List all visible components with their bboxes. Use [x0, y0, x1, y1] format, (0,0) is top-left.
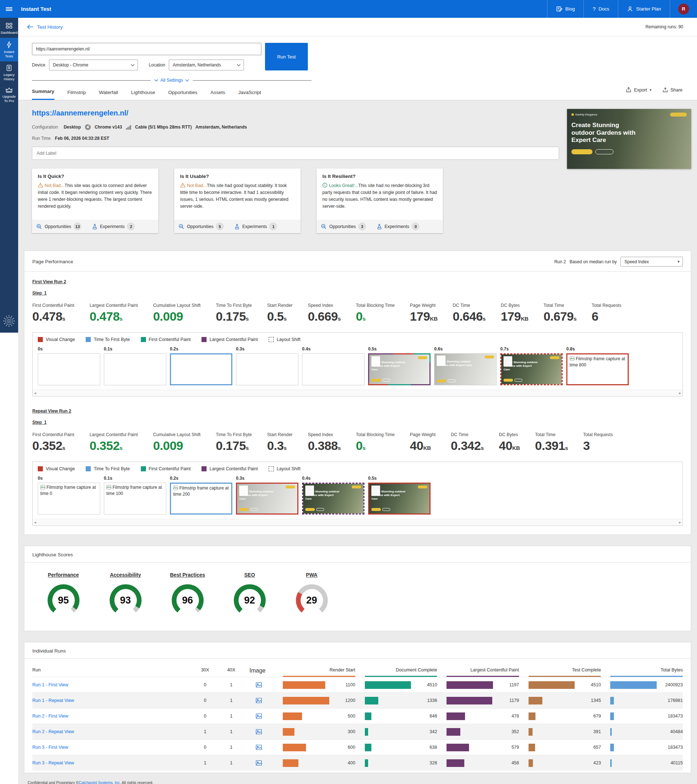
experiments-badge[interactable]: Experiments 0	[377, 222, 419, 230]
tab-waterfall[interactable]: Waterfall	[99, 90, 118, 100]
page-screenshot: Create Stunning outdoor Gardens with Exp…	[303, 484, 363, 514]
filmstrip-frame[interactable]: 0.5s Create Stunning outdoor Gardens wit…	[368, 346, 431, 385]
lighthouse-category-link[interactable]: Accessibility	[94, 572, 156, 578]
experiments-badge[interactable]: Experiments 1	[235, 222, 277, 230]
filmstrip-frame[interactable]: 0.2s	[170, 346, 232, 385]
metric-number: 458	[493, 760, 519, 766]
run-link[interactable]: Run 3 - Repeat View	[32, 760, 74, 766]
runs-table-header: Run 30X 40X Image Render Start Document …	[32, 664, 683, 677]
filmstrip-frame[interactable]: 0.4s Create Stunning outdoor Gardens wit…	[302, 476, 365, 515]
filmstrip-frame[interactable]: 0.3s	[236, 346, 298, 385]
run-link[interactable]: Run 2 - Repeat View	[32, 729, 74, 734]
scroll-left-icon[interactable]: ◂	[34, 391, 36, 395]
device-select[interactable]: Desktop - Chrome	[49, 59, 138, 71]
footer-catchpoint-link[interactable]: Catchpoint Systems, Inc.	[79, 781, 121, 784]
sidebar-item-upgrade-pro[interactable]: Upgrade To Pro	[0, 84, 18, 106]
run-link[interactable]: Run 1 - First View	[32, 682, 68, 687]
run-metric-cell: 326	[355, 759, 437, 767]
share-button[interactable]: Share	[662, 87, 682, 92]
blog-link[interactable]: Blog	[547, 0, 584, 18]
run-metric-cell: 342	[355, 728, 437, 736]
tab-assets[interactable]: Assets	[210, 90, 225, 100]
median-metric-select[interactable]: Speed Index ▾	[620, 257, 683, 267]
metric: Start Render 0.5s	[267, 303, 293, 324]
run-image-icon[interactable]	[244, 729, 273, 735]
sidebar-item-label: Upgrade To Pro	[1, 94, 17, 103]
metric-bar	[283, 681, 325, 689]
metric-number: 4510	[411, 682, 437, 687]
run-image-icon[interactable]	[244, 713, 273, 719]
all-settings-toggle[interactable]: All Settings	[154, 78, 189, 83]
tab-opportunities[interactable]: Opportunities	[168, 90, 197, 100]
filmstrip-frame[interactable]: 0.4s	[302, 346, 365, 385]
filmstrip-frame[interactable]: 0.8s Filmstrip frame capture at time 800	[566, 346, 629, 385]
add-label-input[interactable]	[32, 147, 559, 160]
filmstrip-frame[interactable]: 0.1s	[104, 346, 166, 385]
opportunities-badge[interactable]: Opportunities 13	[36, 222, 81, 230]
frame-time-label: 0.3s	[236, 476, 298, 481]
median-run-label: Run 2	[554, 259, 566, 264]
opportunities-badge[interactable]: Opportunities 3	[321, 222, 366, 230]
status-text: Not Bad...	[187, 183, 207, 188]
run-image-icon[interactable]	[244, 744, 273, 750]
filmstrip-frame[interactable]: 0.5s Create Stunning outdoor Gardens wit…	[368, 476, 431, 515]
scroll-left-icon[interactable]: ◂	[34, 520, 36, 525]
run-link[interactable]: Run 3 - First View	[32, 745, 68, 750]
first-view-link[interactable]: First View Run 2	[32, 279, 66, 284]
frame-thumbnail: Create Stunning outdoor Gardens with Exp…	[368, 353, 431, 385]
filmstrip-frame[interactable]: 0.2s Filmstrip frame capture at time 200	[170, 476, 232, 515]
location-select[interactable]: Amsterdam, Netherlands	[169, 59, 244, 71]
legend-swatch	[202, 337, 207, 342]
sidebar-item-instant-tests[interactable]: Instant Tests	[0, 38, 18, 61]
broken-image: Filmstrip frame capture at time 200	[171, 484, 231, 499]
dashboard-icon	[1, 23, 17, 29]
filmstrip-frame[interactable]: 0s Filmstrip frame capture at time 0	[38, 476, 100, 515]
experiments-badge[interactable]: Experiments 2	[92, 222, 135, 230]
run-image-icon[interactable]	[244, 760, 273, 766]
sidebar-item-legacy-history[interactable]: Legacy History	[0, 61, 18, 84]
frame-alt-text: Filmstrip frame capture at time 200	[173, 486, 229, 497]
run-image-icon[interactable]	[244, 682, 273, 688]
run-link[interactable]: Run 2 - First View	[32, 713, 68, 719]
lighthouse-category-link[interactable]: SEO	[219, 572, 281, 578]
lighthouse-category-link[interactable]: Best Practices	[156, 572, 219, 578]
plan-menu[interactable]: Starter Plan	[618, 0, 670, 18]
frame-alt-text: Filmstrip frame capture at time 0	[40, 485, 96, 496]
metric-value: 0.679s	[543, 310, 576, 324]
frame-time-label: 0.5s	[368, 346, 431, 351]
run-image-icon[interactable]	[244, 698, 273, 703]
lighthouse-category-link[interactable]: PWA	[281, 572, 343, 578]
export-button[interactable]: Export ▾	[626, 87, 651, 92]
docs-link[interactable]: ? Docs	[584, 0, 618, 18]
hamburger-menu-icon[interactable]	[0, 7, 18, 12]
user-avatar[interactable]: R	[678, 3, 689, 15]
back-to-test-history[interactable]: Test History	[27, 24, 63, 30]
legend-item: Largest Contentful Paint	[202, 337, 258, 342]
filmstrip-frame[interactable]: 0.1s Filmstrip frame capture at time 100	[104, 476, 166, 515]
url-input[interactable]	[32, 43, 261, 55]
metric-bar	[610, 744, 614, 751]
metric-number: 183473	[657, 713, 683, 719]
tab-summary[interactable]: Summary	[32, 89, 54, 100]
sidebar-item-dashboard[interactable]: Dashboard	[0, 19, 18, 38]
step-link[interactable]: Step_1	[32, 420, 46, 425]
scroll-right-icon[interactable]: ▸	[679, 391, 681, 395]
run-test-button[interactable]: Run Test	[265, 43, 308, 71]
scroll-right-icon[interactable]: ▸	[679, 520, 681, 525]
run-link[interactable]: Run 1 - Repeat View	[32, 698, 74, 703]
repeat-view-link[interactable]: Repeat View Run 2	[32, 408, 71, 413]
filmstrip-frame[interactable]: 0.3s Create Stunning outdoor Gardens wit…	[236, 476, 298, 515]
metric-bar	[365, 728, 368, 736]
step-link[interactable]: Step_1	[32, 290, 46, 296]
opportunities-badge[interactable]: Opportunities 5	[179, 222, 224, 230]
lighthouse-category-link[interactable]: Performance	[32, 572, 94, 578]
filmstrip-frame[interactable]: 0.6s Create Stunning outdoor Gardens wit…	[434, 346, 496, 385]
tab-lighthouse[interactable]: Lighthouse	[131, 90, 155, 100]
metric-number: 400	[329, 760, 355, 766]
tab-filmstrip[interactable]: Filmstrip	[67, 90, 86, 100]
metric-value: 0.352s	[32, 439, 74, 453]
metric-number: 657	[575, 745, 601, 750]
filmstrip-frame[interactable]: 0.7s Create Stunning outdoor Gardens wit…	[500, 346, 563, 385]
tab-javascript[interactable]: JavaScript	[238, 90, 261, 100]
filmstrip-frame[interactable]: 0s	[38, 346, 100, 385]
